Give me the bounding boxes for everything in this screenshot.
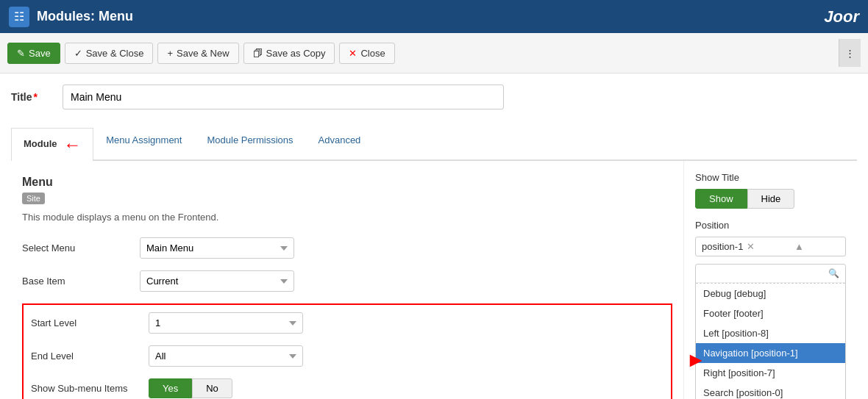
- end-level-field: End Level All: [31, 345, 664, 367]
- main-layout: Menu Site This module displays a menu on…: [11, 161, 857, 399]
- base-item-label: Base Item: [22, 276, 140, 287]
- plus-icon: +: [167, 48, 173, 59]
- title-label: Title*: [11, 91, 55, 103]
- start-level-input[interactable]: 1: [149, 312, 303, 334]
- position-label: Position: [695, 220, 846, 231]
- show-button[interactable]: Show: [695, 189, 747, 209]
- highlighted-section: Start Level 1 End Level All Show Sub-men…: [22, 303, 672, 399]
- joomla-logo: Joor: [824, 7, 859, 26]
- title-input[interactable]: [63, 85, 504, 109]
- show-submenu-toggle: Yes No: [149, 378, 232, 398]
- dropdown-item-left[interactable]: Left [position-8]: [696, 323, 845, 343]
- tab-menu-assignment[interactable]: Menu Assignment: [93, 128, 194, 161]
- dropdown-item-debug[interactable]: Debug [debug]: [696, 284, 845, 303]
- toolbar-collapse[interactable]: ⋮: [839, 39, 861, 67]
- select-menu-field: Select Menu Main Menu: [22, 237, 672, 259]
- header: ☷ Modules: Menu Joor: [0, 0, 868, 33]
- dropdown-item-navigation[interactable]: Navigation [position-1]: [696, 343, 845, 363]
- position-display[interactable]: position-1 ✕ ▲: [695, 237, 846, 256]
- module-description: This module displays a menu on the Front…: [22, 212, 672, 223]
- page-title: Modules: Menu: [37, 9, 824, 24]
- close-icon: ✕: [349, 48, 357, 59]
- dropdown-item-footer[interactable]: Footer [footer]: [696, 303, 845, 323]
- show-title-section: Show Title Show Hide: [695, 172, 846, 209]
- tabs-bar: Module ← Menu Assignment Module Permissi…: [11, 128, 857, 161]
- no-button[interactable]: No: [192, 378, 232, 398]
- show-submenu-label: Show Sub-menu Items: [31, 383, 149, 394]
- site-badge: Site: [22, 193, 45, 204]
- left-panel: Menu Site This module displays a menu on…: [11, 161, 684, 399]
- base-item-field: Base Item Current: [22, 270, 672, 292]
- close-button[interactable]: ✕ Close: [339, 43, 394, 64]
- right-panel: Show Title Show Hide Position position-1…: [684, 161, 857, 399]
- dropdown-item-right[interactable]: Right [position-7]: [696, 363, 845, 383]
- position-dropdown-icon[interactable]: ▲: [794, 241, 839, 252]
- position-dropdown: 🔍 Debug [debug] Footer [footer] Left [po…: [695, 264, 846, 399]
- position-section: Position position-1 ✕ ▲: [695, 220, 846, 399]
- dropdown-search-input[interactable]: [702, 268, 828, 278]
- section-title: Menu: [22, 176, 672, 189]
- position-value: position-1: [702, 241, 747, 252]
- show-title-label: Show Title: [695, 172, 846, 183]
- start-level-field: Start Level 1: [31, 312, 664, 334]
- dropdown-item-search[interactable]: Search [position-0]: [696, 383, 845, 399]
- tab-arrow-icon: ←: [63, 134, 81, 155]
- tab-advanced[interactable]: Advanced: [306, 128, 374, 161]
- toolbar: ✎ Save ✓ Save & Close + Save & New 🗍 Sav…: [0, 33, 868, 73]
- start-level-label: Start Level: [31, 317, 149, 328]
- tab-module-permissions[interactable]: Module Permissions: [194, 128, 305, 161]
- end-level-input[interactable]: All: [149, 345, 303, 367]
- checkmark-icon: ✓: [74, 48, 82, 59]
- save-icon: ✎: [17, 48, 25, 59]
- select-menu-input[interactable]: Main Menu: [140, 237, 294, 259]
- tab-module[interactable]: Module ←: [11, 128, 93, 161]
- dropdown-search-bar: 🔍: [696, 265, 845, 283]
- app-icon: ☷: [9, 7, 29, 27]
- show-submenu-field: Show Sub-menu Items Yes No: [31, 378, 664, 398]
- copy-icon: 🗍: [253, 48, 263, 59]
- save-copy-button[interactable]: 🗍 Save as Copy: [243, 43, 335, 64]
- required-indicator: *: [34, 91, 38, 103]
- position-field: position-1 ✕ ▲: [695, 237, 846, 256]
- end-level-label: End Level: [31, 351, 149, 362]
- position-clear-icon[interactable]: ✕: [747, 241, 791, 252]
- dropdown-list: Debug [debug] Footer [footer] Left [posi…: [696, 283, 845, 399]
- search-icon: 🔍: [828, 268, 839, 278]
- content-area: Title* Module ← Menu Assignment Module P…: [0, 73, 868, 399]
- show-title-toggle: Show Hide: [695, 189, 846, 209]
- yes-button[interactable]: Yes: [149, 378, 192, 398]
- save-new-button[interactable]: + Save & New: [157, 43, 238, 64]
- save-button[interactable]: ✎ Save: [7, 43, 60, 64]
- select-menu-label: Select Menu: [22, 242, 140, 254]
- hide-button[interactable]: Hide: [747, 189, 795, 209]
- save-close-button[interactable]: ✓ Save & Close: [65, 43, 154, 64]
- title-row: Title*: [11, 85, 857, 117]
- base-item-input[interactable]: Current: [140, 270, 294, 292]
